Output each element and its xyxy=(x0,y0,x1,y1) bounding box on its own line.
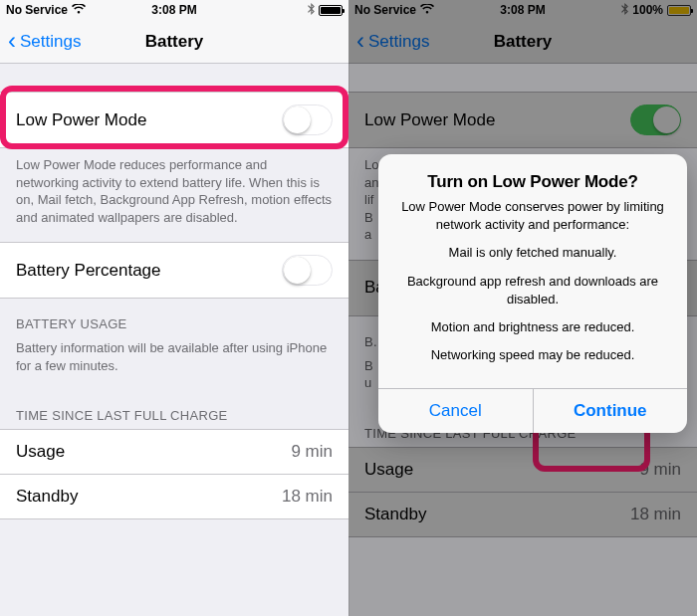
battery-usage-header: BATTERY USAGE xyxy=(0,299,348,337)
alert-intro: Low Power Mode conserves power by limiti… xyxy=(394,198,671,234)
usage-row: Usage 9 min xyxy=(0,429,348,474)
bpct-label: Battery Percentage xyxy=(16,261,161,281)
back-label: Settings xyxy=(20,32,81,52)
battery-percentage-row[interactable]: Battery Percentage xyxy=(0,242,348,299)
standby-value: 18 min xyxy=(282,487,333,507)
battery-icon xyxy=(319,5,343,16)
chevron-left-icon: ‹ xyxy=(8,29,16,53)
nav-bar: ‹ Settings Battery xyxy=(0,20,348,64)
continue-button[interactable]: Continue xyxy=(533,389,688,433)
alert-bullet: Motion and brightness are reduced. xyxy=(394,318,671,336)
standby-row: Standby 18 min xyxy=(0,474,348,519)
wifi-icon xyxy=(72,3,86,17)
back-button[interactable]: ‹ Settings xyxy=(8,31,81,53)
alert-bullet: Mail is only fetched manually. xyxy=(394,244,671,262)
alert-bullet: Networking speed may be reduced. xyxy=(394,346,671,364)
carrier-label: No Service xyxy=(6,3,68,17)
status-bar: No Service 3:08 PM xyxy=(0,0,348,20)
bpct-toggle[interactable] xyxy=(282,255,333,286)
battery-usage-footer: Battery information will be available af… xyxy=(0,337,348,390)
cancel-button[interactable]: Cancel xyxy=(378,389,533,433)
standby-label: Standby xyxy=(16,487,78,507)
alert-title: Turn on Low Power Mode? xyxy=(394,172,671,192)
low-power-mode-row[interactable]: Low Power Mode xyxy=(0,92,348,148)
content-area: Low Power Mode Low Power Mode reduces pe… xyxy=(0,64,348,616)
lpm-label: Low Power Mode xyxy=(16,110,146,130)
bluetooth-icon xyxy=(308,3,315,18)
usage-value: 9 min xyxy=(291,442,333,462)
lpm-alert: Turn on Low Power Mode? Low Power Mode c… xyxy=(378,154,687,433)
lpm-toggle[interactable] xyxy=(282,104,333,135)
charge-header: TIME SINCE LAST FULL CHARGE xyxy=(0,390,348,429)
alert-bullet: Background app refresh and downloads are… xyxy=(394,273,671,308)
lpm-footer: Low Power Mode reduces performance and n… xyxy=(0,148,348,242)
alert-message: Low Power Mode conserves power by limiti… xyxy=(394,198,671,364)
screen-left: No Service 3:08 PM ‹ Settings Battery Lo… xyxy=(0,0,348,616)
screen-right: No Service 3:08 PM 100% ‹ Settings Batte… xyxy=(348,0,697,616)
usage-label: Usage xyxy=(16,442,65,462)
